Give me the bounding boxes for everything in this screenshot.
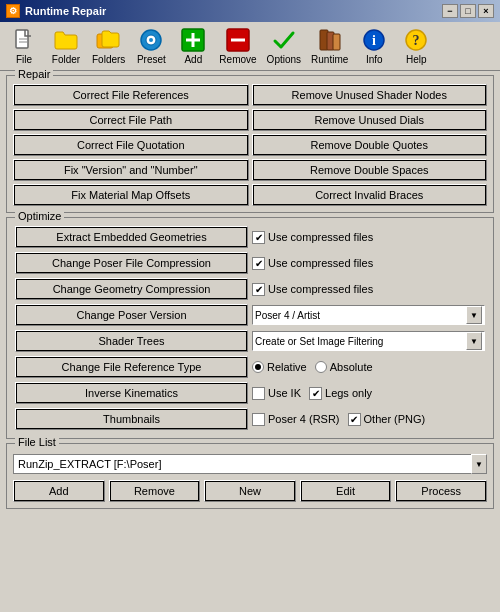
poser-compression-checkbox[interactable]: ✔ [252, 257, 265, 270]
toolbar-options-label: Options [267, 54, 301, 65]
toolbar-folder[interactable]: Folder [46, 25, 86, 67]
shader-trees-value: Create or Set Image Filtering [255, 336, 383, 347]
correct-file-path-button[interactable]: Correct File Path [13, 109, 249, 131]
svg-rect-14 [333, 34, 340, 50]
poser-version-select[interactable]: Poser 4 / Artist ▼ [252, 305, 485, 325]
folders-icon [95, 27, 123, 53]
other-png-checkbox[interactable]: ✔ [348, 413, 361, 426]
file-list-value[interactable]: RunZip_EXTRACT [F:\Poser] [13, 454, 471, 474]
toolbar-remove[interactable]: Remove [215, 25, 260, 67]
fix-material-map-offsets-button[interactable]: Fix Material Map Offsets [13, 184, 249, 206]
main-content: Repair Correct File References Remove Un… [0, 71, 500, 517]
relative-radio[interactable] [252, 361, 264, 373]
remove-unused-dials-button[interactable]: Remove Unused Dials [252, 109, 488, 131]
shader-trees-select[interactable]: Create or Set Image Filtering ▼ [252, 331, 485, 351]
toolbar-folders-label: Folders [92, 54, 125, 65]
optimize-group: Optimize Extract Embedded Geometries ✔ U… [6, 217, 494, 439]
toolbar-add[interactable]: Add [173, 25, 213, 67]
correct-file-quotation-button[interactable]: Correct File Quotation [13, 134, 249, 156]
toolbar-info[interactable]: i Info [354, 25, 394, 67]
change-file-reference-type-button[interactable]: Change File Reference Type [15, 356, 248, 378]
legs-only-checkbox[interactable]: ✔ [309, 387, 322, 400]
use-ik-label[interactable]: Use IK [252, 387, 301, 400]
relative-radio-label[interactable]: Relative [252, 361, 307, 373]
remove-unused-shader-nodes-button[interactable]: Remove Unused Shader Nodes [252, 84, 488, 106]
repair-group-label: Repair [15, 68, 53, 80]
toolbar-info-label: Info [366, 54, 383, 65]
optimize-row-ik: Inverse Kinematics Use IK ✔ Legs only [13, 380, 487, 406]
use-ik-text: Use IK [268, 387, 301, 399]
title-bar: ⚙ Runtime Repair − □ × [0, 0, 500, 22]
poser4-rsr-checkbox[interactable] [252, 413, 265, 426]
shader-trees-arrow[interactable]: ▼ [466, 332, 482, 350]
extract-compressed-checkbox[interactable]: ✔ [252, 231, 265, 244]
maximize-button[interactable]: □ [460, 4, 476, 18]
poser4-rsr-label[interactable]: Poser 4 (RSR) [252, 413, 340, 426]
remove-double-spaces-button[interactable]: Remove Double Spaces [252, 159, 488, 181]
toolbar-preset[interactable]: Preset [131, 25, 171, 67]
window-title: Runtime Repair [25, 5, 106, 17]
change-poser-file-compression-button[interactable]: Change Poser File Compression [15, 252, 248, 274]
file-list-group: File List RunZip_EXTRACT [F:\Poser] ▼ Ad… [6, 443, 494, 509]
relative-text: Relative [267, 361, 307, 373]
remove-double-quotes-button[interactable]: Remove Double Quotes [252, 134, 488, 156]
fix-version-number-button[interactable]: Fix "Version" and "Number" [13, 159, 249, 181]
toolbar-help-label: Help [406, 54, 427, 65]
toolbar-remove-label: Remove [219, 54, 256, 65]
optimize-row-poser-version: Change Poser Version Poser 4 / Artist ▼ [13, 302, 487, 328]
toolbar-file[interactable]: File [4, 25, 44, 67]
file-list-input-row: RunZip_EXTRACT [F:\Poser] ▼ [13, 454, 487, 474]
toolbar-add-label: Add [184, 54, 202, 65]
change-geometry-compression-button[interactable]: Change Geometry Compression [15, 278, 248, 300]
toolbar-preset-label: Preset [137, 54, 166, 65]
file-list-edit-button[interactable]: Edit [300, 480, 392, 502]
runtime-icon [316, 27, 344, 53]
window-controls: − □ × [442, 4, 494, 18]
inverse-kinematics-button[interactable]: Inverse Kinematics [15, 382, 248, 404]
other-png-label[interactable]: ✔ Other (PNG) [348, 413, 426, 426]
optimize-row-geo-compression: Change Geometry Compression ✔ Use compre… [13, 276, 487, 302]
file-icon [10, 27, 38, 53]
toolbar-folders[interactable]: Folders [88, 25, 129, 67]
close-button[interactable]: × [478, 4, 494, 18]
optimize-row-thumbnails: Thumbnails Poser 4 (RSR) ✔ Other (PNG) [13, 406, 487, 432]
minimize-button[interactable]: − [442, 4, 458, 18]
svg-text:i: i [372, 33, 376, 48]
poser-version-arrow[interactable]: ▼ [466, 306, 482, 324]
app-icon: ⚙ [6, 4, 20, 18]
shader-trees-button[interactable]: Shader Trees [15, 330, 248, 352]
geo-compression-checkbox[interactable]: ✔ [252, 283, 265, 296]
change-poser-version-button[interactable]: Change Poser Version [15, 304, 248, 326]
toolbar-help[interactable]: ? Help [396, 25, 436, 67]
absolute-radio-label[interactable]: Absolute [315, 361, 373, 373]
file-list-process-button[interactable]: Process [395, 480, 487, 502]
repair-group: Repair Correct File References Remove Un… [6, 75, 494, 213]
file-list-remove-button[interactable]: Remove [109, 480, 201, 502]
absolute-radio[interactable] [315, 361, 327, 373]
toolbar-options[interactable]: Options [263, 25, 305, 67]
toolbar: File Folder Folders Preset Add Remove [0, 22, 500, 71]
preset-icon [137, 27, 165, 53]
use-ik-checkbox[interactable] [252, 387, 265, 400]
optimize-row-extract: Extract Embedded Geometries ✔ Use compre… [13, 224, 487, 250]
extract-compressed-label[interactable]: ✔ Use compressed files [252, 231, 485, 244]
toolbar-file-label: File [16, 54, 32, 65]
optimize-row-shader-trees: Shader Trees Create or Set Image Filteri… [13, 328, 487, 354]
absolute-text: Absolute [330, 361, 373, 373]
file-list-add-button[interactable]: Add [13, 480, 105, 502]
correct-file-references-button[interactable]: Correct File References [13, 84, 249, 106]
poser-compression-label[interactable]: ✔ Use compressed files [252, 257, 485, 270]
geo-compression-label[interactable]: ✔ Use compressed files [252, 283, 485, 296]
legs-only-label[interactable]: ✔ Legs only [309, 387, 372, 400]
file-list-dropdown-arrow[interactable]: ▼ [471, 454, 487, 474]
folder-icon [52, 27, 80, 53]
file-list-new-button[interactable]: New [204, 480, 296, 502]
optimize-table: Extract Embedded Geometries ✔ Use compre… [13, 224, 487, 432]
correct-invalid-braces-button[interactable]: Correct Invalid Braces [252, 184, 488, 206]
toolbar-runtime[interactable]: Runtime [307, 25, 352, 67]
info-icon: i [360, 27, 388, 53]
geo-compression-text: Use compressed files [268, 283, 373, 295]
repair-grid: Correct File References Remove Unused Sh… [13, 84, 487, 206]
extract-embedded-geometries-button[interactable]: Extract Embedded Geometries [15, 226, 248, 248]
thumbnails-button[interactable]: Thumbnails [15, 408, 248, 430]
